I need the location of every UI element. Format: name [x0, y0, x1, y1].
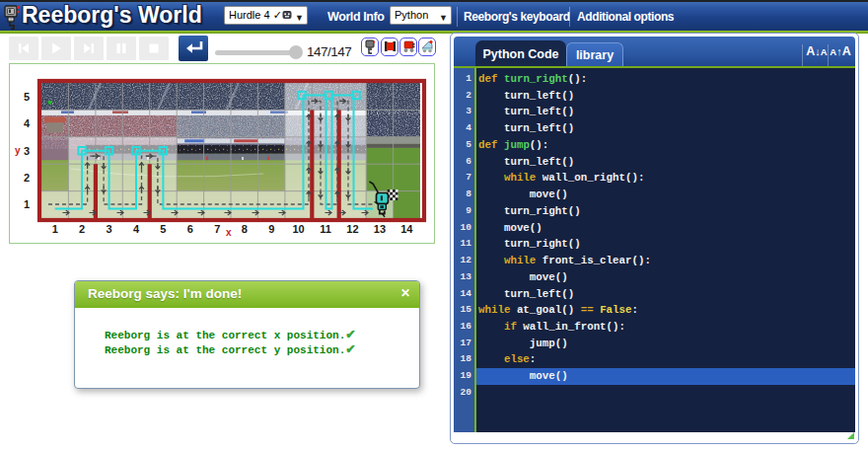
- svg-text:3: 3: [24, 145, 30, 157]
- svg-text:8: 8: [242, 223, 248, 235]
- svg-text:6: 6: [187, 223, 193, 235]
- svg-text:y: y: [15, 145, 21, 156]
- svg-text:12: 12: [346, 223, 358, 235]
- svg-text:9: 9: [268, 223, 274, 235]
- svg-text:2: 2: [79, 223, 85, 235]
- svg-text:5: 5: [24, 91, 30, 103]
- svg-text:14: 14: [400, 223, 413, 235]
- svg-text:1: 1: [24, 198, 30, 210]
- svg-text:7: 7: [214, 223, 220, 235]
- svg-text:13: 13: [374, 223, 386, 235]
- svg-text:4: 4: [24, 117, 31, 129]
- svg-text:4: 4: [133, 223, 140, 235]
- svg-text:11: 11: [320, 223, 331, 235]
- svg-text:1: 1: [52, 223, 58, 235]
- svg-text:10: 10: [292, 223, 304, 235]
- svg-text:5: 5: [160, 223, 166, 235]
- svg-text:3: 3: [107, 223, 112, 235]
- svg-text:x: x: [226, 227, 232, 238]
- svg-text:2: 2: [24, 172, 30, 184]
